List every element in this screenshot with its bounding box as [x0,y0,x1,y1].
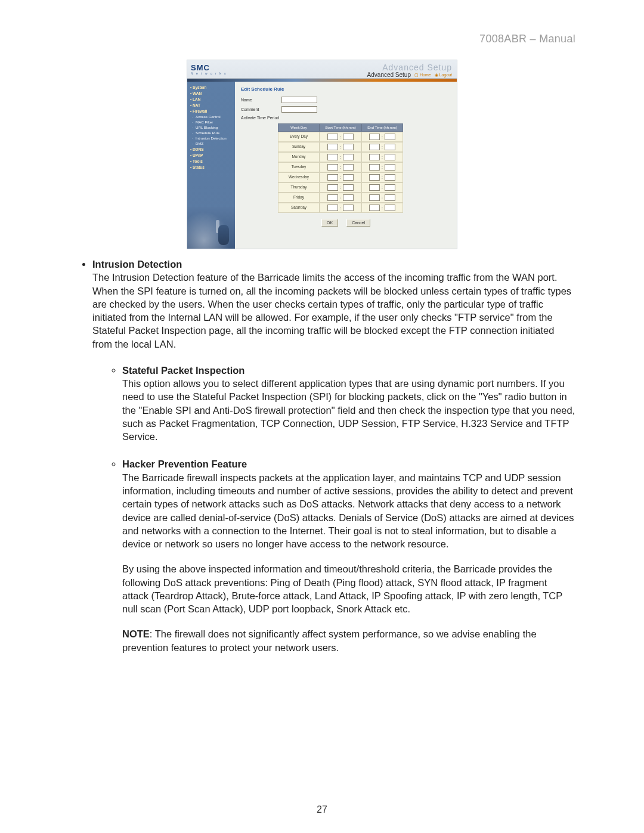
end-time-cell: : [361,142,403,152]
hh-input[interactable] [327,184,338,191]
hh-input[interactable] [369,174,380,181]
hh-input[interactable] [369,164,380,171]
table-header: End Time (hh:mm) [361,123,403,132]
hh-input[interactable] [327,194,338,201]
sub-title: Stateful Packet Inspection [122,365,244,376]
day-cell: Saturday [278,203,320,213]
mm-input[interactable] [343,194,354,201]
sidebar-item-tools[interactable]: Tools [187,158,235,164]
form-title: Edit Schedule Rule [241,86,451,92]
note: NOTE: The firewall does not significantl… [122,627,575,654]
mm-input[interactable] [343,134,354,140]
mm-input[interactable] [385,154,395,160]
day-cell: Wednesday [278,172,320,182]
sidebar-graphic [187,207,235,249]
start-time-cell: : [320,132,361,142]
mm-input[interactable] [385,205,395,211]
brand-logo: SMC N e t w o r k s [187,60,239,78]
hh-input[interactable] [327,174,338,181]
title-ghost: Advanced Setup [382,63,452,72]
hh-input[interactable] [369,154,380,160]
hh-input[interactable] [327,164,338,171]
start-time-cell: : [320,152,361,162]
note-text: : The firewall does not significantly af… [122,628,537,652]
mm-input[interactable] [385,184,395,191]
section-text: The Intrusion Detection feature of the B… [92,272,571,349]
mm-input[interactable] [343,174,354,181]
mm-input[interactable] [385,144,395,150]
sidebar-item-nat[interactable]: NAT [187,102,235,108]
day-cell: Sunday [278,142,320,152]
hacker-p2: By using the above inspected information… [122,562,575,615]
table-header: Week Day [278,123,320,132]
home-link[interactable]: ▢ Home [414,73,431,78]
sidebar-sub-macfilter[interactable]: MAC Filter [187,119,235,125]
comment-input[interactable] [281,106,317,113]
manual-page: 7008ABR – Manual SMC N e t w o r k s Adv… [0,0,644,833]
subsection-hacker: Hacker Prevention Feature The Barricade … [122,457,575,654]
end-time-cell: : [361,182,403,193]
activate-label: Activate Time Period [241,116,279,120]
mm-input[interactable] [343,184,354,191]
day-cell: Every Day [278,132,320,142]
hacker-p1: The Barricade firewall inspects packets … [122,471,575,551]
sidebar-item-upnp[interactable]: UPnP [187,152,235,158]
sidebar-sub-access[interactable]: Access Control [187,114,235,119]
mm-input[interactable] [385,164,395,171]
mm-input[interactable] [343,205,354,211]
end-time-cell: : [361,203,403,213]
hh-input[interactable] [327,134,338,140]
cancel-button[interactable]: Cancel [346,219,370,227]
start-time-cell: : [320,172,361,182]
ok-button[interactable]: OK [321,219,338,227]
end-time-cell: : [361,172,403,182]
day-cell: Friday [278,193,320,203]
mm-input[interactable] [385,174,395,181]
hh-input[interactable] [327,205,338,211]
sidebar-item-lan[interactable]: LAN [187,96,235,102]
hh-input[interactable] [369,184,380,191]
router-ui-screenshot: SMC N e t w o r k s Advanced Setup Advan… [187,60,457,249]
mm-input[interactable] [343,144,354,150]
hh-input[interactable] [369,205,380,211]
hh-input[interactable] [369,134,380,140]
mm-input[interactable] [343,164,354,171]
subsection-spi: Stateful Packet Inspection This option a… [122,364,575,444]
start-time-cell: : [320,193,361,203]
breadcrumb-title: Advanced Setup [367,72,411,78]
mm-input[interactable] [343,154,354,160]
sidebar-item-wan[interactable]: WAN [187,90,235,96]
section-title: Intrusion Detection [92,259,182,270]
sub-text: This option allows you to select differe… [122,378,575,442]
mm-input[interactable] [385,134,395,140]
end-time-cell: : [361,193,403,203]
start-time-cell: : [320,142,361,152]
sidebar-sub-urlblock[interactable]: URL Blocking [187,125,235,130]
logout-link[interactable]: ◉ Logout [435,73,452,78]
page-number: 27 [0,804,644,815]
end-time-cell: : [361,162,403,172]
mm-input[interactable] [385,194,395,201]
sidebar-sub-schedule[interactable]: Schedule Rule [187,130,235,135]
hh-input[interactable] [369,194,380,201]
sidebar-item-system[interactable]: System [187,84,235,90]
end-time-cell: : [361,132,403,142]
name-label: Name [241,98,278,102]
sidebar-item-status[interactable]: Status [187,164,235,170]
hh-input[interactable] [327,144,338,150]
sidebar-item-ddns[interactable]: DDNS [187,146,235,152]
comment-label: Comment [241,107,278,112]
page-header: 7008ABR – Manual [69,33,575,45]
table-header: Start Time (hh:mm) [320,123,361,132]
day-cell: Tuesday [278,162,320,172]
sidebar-sub-dmz[interactable]: DMZ [187,141,235,146]
hh-input[interactable] [327,154,338,160]
name-input[interactable] [281,97,317,103]
sub-title: Hacker Prevention Feature [122,459,247,469]
note-lead: NOTE [122,628,150,639]
sidebar-sub-intrusion[interactable]: Intrusion Detection [187,135,235,141]
hh-input[interactable] [369,144,380,150]
start-time-cell: : [320,203,361,213]
sidebar-item-firewall[interactable]: Firewall [187,108,235,114]
section-intrusion: Intrusion Detection The Intrusion Detect… [92,258,575,654]
